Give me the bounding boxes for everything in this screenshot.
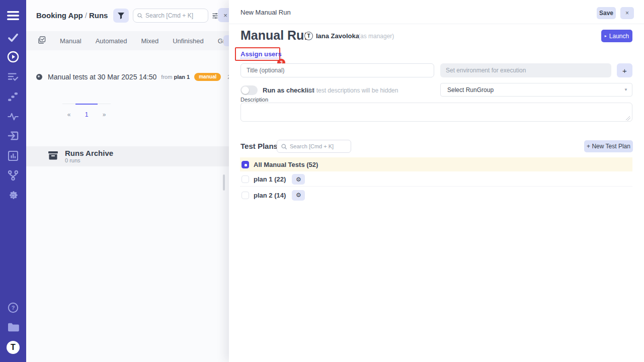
owner-name: Iana Zavoloka	[316, 32, 359, 40]
run-list-item[interactable]: Manual tests at 30 Mar 2025 14:50 from p…	[36, 71, 222, 82]
owner-avatar: T	[304, 32, 313, 40]
runs-panel-header: Booking App/Runs ×	[26, 0, 229, 31]
test-plans-search-input[interactable]	[290, 143, 346, 149]
archive-count: 0 runs	[65, 157, 113, 164]
launch-button[interactable]: ▸ Launch	[601, 30, 632, 42]
git-branch-icon[interactable]	[0, 168, 26, 183]
new-test-plan-button[interactable]: + New Test Plan	[584, 140, 633, 152]
gear-icon: ⚙	[296, 192, 301, 199]
plan-row-all-manual[interactable]: All Manual Tests (52)	[240, 157, 632, 171]
pagination: « 1 »	[62, 104, 111, 118]
new-manual-run-panel: New Manual Run Save × Manual Run T Iana …	[229, 0, 644, 362]
toggle-knob	[242, 86, 249, 94]
tab-unfinished[interactable]: Unfinished	[173, 37, 203, 45]
rungroup-select[interactable]: Select RunGroup ▼	[440, 83, 632, 97]
run-from-plan: from plan 1	[161, 74, 190, 80]
environment-input[interactable]	[440, 63, 611, 77]
run-plan-name[interactable]: plan 1	[174, 74, 190, 80]
import-signin-icon[interactable]	[0, 128, 26, 143]
checkbox-checked[interactable]	[242, 161, 249, 168]
app-root: ? T Booking App/Runs ×	[0, 0, 644, 362]
pagination-next-button[interactable]: »	[98, 104, 111, 118]
runs-list-panel: Booking App/Runs × Manual Automated Mixe…	[26, 0, 229, 362]
panel-title: New Manual Run	[240, 9, 291, 16]
svg-text:?: ?	[12, 305, 15, 311]
plans-list-check-icon[interactable]	[0, 69, 26, 84]
plan-settings-button[interactable]: ⚙	[292, 174, 305, 185]
app-logo-icon[interactable]: T	[0, 340, 26, 355]
left-panel-scrollbar[interactable]	[223, 174, 225, 191]
breadcrumb-separator: /	[83, 11, 89, 20]
settings-gear-icon[interactable]	[0, 188, 26, 203]
checklist-copy-icon[interactable]	[38, 36, 46, 46]
logo-letter: T	[7, 341, 20, 354]
run-status-icon	[36, 74, 42, 80]
breadcrumb: Booking App/Runs	[36, 11, 108, 20]
plan-label: plan 2 (14)	[254, 192, 286, 199]
test-plans-title: Test Plans	[240, 142, 278, 150]
pulse-activity-icon[interactable]	[0, 109, 26, 124]
runs-tabs: Manual Automated Mixed Unfinished Groups	[26, 31, 229, 50]
plan-row-plan2[interactable]: plan 2 (14) ⚙	[240, 188, 632, 202]
save-button[interactable]: Save	[597, 7, 616, 19]
pagination-prev-button[interactable]: «	[62, 104, 75, 118]
filter-button[interactable]	[113, 9, 129, 23]
panel-header: New Manual Run Save ×	[229, 0, 644, 24]
description-textarea[interactable]	[240, 103, 632, 122]
runs-search	[133, 9, 208, 23]
runs-search-input[interactable]	[145, 12, 204, 19]
runs-play-icon[interactable]	[0, 49, 26, 64]
tab-mixed[interactable]: Mixed	[141, 37, 159, 45]
owner-role: (as manager)	[358, 33, 394, 40]
plan-row-plan1[interactable]: plan 1 (22) ⚙	[240, 172, 632, 187]
checkbox-unchecked[interactable]	[242, 175, 249, 183]
hamburger-menu-icon[interactable]	[0, 8, 26, 23]
run-title[interactable]: Manual tests at 30 Mar 2025 14:50	[48, 73, 156, 81]
plan-label: All Manual Tests (52)	[254, 161, 318, 168]
sliders-icon[interactable]	[212, 12, 218, 21]
run-page-title: Manual Run	[240, 28, 312, 43]
run-title-input[interactable]	[240, 63, 434, 77]
archive-title: Runs Archive	[65, 149, 113, 157]
funnel-icon	[118, 13, 124, 19]
plan-label: plan 1 (22)	[254, 175, 286, 183]
search-icon	[281, 144, 287, 149]
run-as-checklist-toggle[interactable]	[240, 85, 258, 95]
sidebar: ? T	[0, 0, 26, 362]
archive-texts: Runs Archive 0 runs	[65, 149, 113, 164]
breadcrumb-project[interactable]: Booking App	[36, 11, 83, 20]
runs-archive-row[interactable]: Runs Archive 0 runs	[26, 146, 229, 166]
gear-icon: ⚙	[296, 176, 301, 183]
checklist-label: Run as checklist	[263, 86, 314, 94]
chevron-down-icon: ▼	[624, 87, 628, 92]
panel-close-button[interactable]: ×	[620, 7, 634, 19]
test-plans-search	[277, 140, 351, 153]
projects-folder-icon[interactable]	[0, 320, 26, 335]
analytics-chart-icon[interactable]	[0, 148, 26, 163]
archive-box-icon	[48, 151, 58, 162]
help-icon[interactable]: ?	[0, 300, 26, 315]
steps-icon[interactable]	[0, 89, 26, 105]
plan-settings-button[interactable]: ⚙	[292, 190, 305, 201]
assign-users-link[interactable]: Assign users	[240, 50, 282, 58]
tab-automated[interactable]: Automated	[96, 37, 127, 45]
pagination-page-1[interactable]: 1	[75, 104, 98, 118]
play-icon: ▸	[605, 34, 607, 38]
description-label: Description	[240, 97, 268, 103]
tests-check-icon[interactable]	[0, 30, 26, 45]
rungroup-value: Select RunGroup	[447, 86, 494, 94]
checkbox-unchecked[interactable]	[242, 192, 249, 199]
tab-manual[interactable]: Manual	[60, 37, 82, 45]
search-icon	[137, 13, 142, 19]
add-environment-button[interactable]: +	[617, 63, 632, 77]
textarea-resize-handle[interactable]	[626, 116, 630, 121]
checklist-hint: All test descriptions will be hidden	[308, 87, 398, 94]
breadcrumb-current: Runs	[89, 11, 108, 20]
run-manual-badge: manual	[194, 73, 221, 81]
